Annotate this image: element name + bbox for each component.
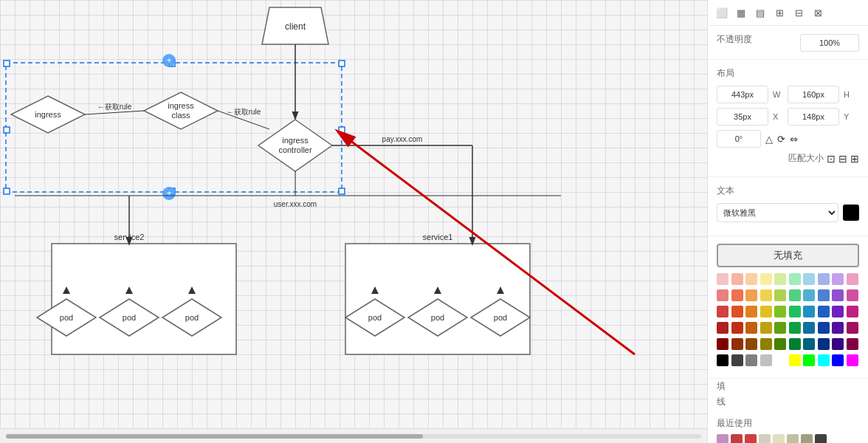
color-cell[interactable] xyxy=(832,322,844,334)
color-cell[interactable] xyxy=(760,306,772,317)
color-cell[interactable] xyxy=(818,354,830,366)
color-cell[interactable] xyxy=(832,273,844,285)
color-cell[interactable] xyxy=(847,322,858,334)
color-cell[interactable] xyxy=(745,273,757,285)
color-cell[interactable] xyxy=(832,306,844,317)
color-cell[interactable] xyxy=(774,289,786,301)
align-center-icon[interactable]: ▦ xyxy=(733,4,749,21)
color-cell[interactable] xyxy=(745,354,757,366)
color-cell[interactable] xyxy=(818,273,830,285)
color-cell[interactable] xyxy=(745,322,757,334)
color-cell[interactable] xyxy=(818,338,830,350)
color-cell[interactable] xyxy=(774,354,786,366)
color-cell[interactable] xyxy=(760,338,772,350)
color-cell[interactable] xyxy=(789,289,801,301)
color-cell[interactable] xyxy=(760,322,772,334)
color-grid-row4 xyxy=(717,322,859,334)
color-cell[interactable] xyxy=(832,289,844,301)
recent-color-cell[interactable] xyxy=(787,434,799,443)
color-cell[interactable] xyxy=(745,306,757,317)
color-cell[interactable] xyxy=(717,273,728,285)
match-w-icon[interactable]: ⊡ xyxy=(827,153,836,165)
svg-text:service1: service1 xyxy=(423,233,453,241)
layout-y-input[interactable] xyxy=(788,108,839,126)
font-color-swatch[interactable] xyxy=(843,205,859,221)
color-cell[interactable] xyxy=(731,273,743,285)
canvas-area[interactable]: + + client ingress ingress class ←获取rule… xyxy=(0,0,707,443)
color-cell[interactable] xyxy=(731,338,743,350)
color-cell[interactable] xyxy=(774,273,786,285)
angle-input[interactable] xyxy=(717,130,761,148)
color-cell[interactable] xyxy=(803,322,815,334)
rotate-icon[interactable]: ⟳ xyxy=(777,134,785,145)
color-cell[interactable] xyxy=(731,354,743,366)
color-cell[interactable] xyxy=(847,273,858,285)
no-fill-button[interactable]: 无填充 xyxy=(717,244,859,267)
svg-text:ingress: ingress xyxy=(168,101,194,110)
align-left-icon[interactable]: ⬜ xyxy=(714,4,730,21)
color-cell[interactable] xyxy=(774,322,786,334)
color-cell[interactable] xyxy=(717,322,728,334)
color-cell[interactable] xyxy=(789,273,801,285)
color-cell[interactable] xyxy=(803,289,815,301)
color-cell[interactable] xyxy=(803,338,815,350)
recent-color-cell[interactable] xyxy=(745,434,757,443)
svg-rect-7 xyxy=(339,188,345,194)
align-bottom-icon[interactable]: ⊠ xyxy=(810,4,826,21)
color-cell[interactable] xyxy=(731,289,743,301)
color-cell[interactable] xyxy=(774,338,786,350)
layout-x-input[interactable] xyxy=(717,108,768,126)
color-cell[interactable] xyxy=(760,289,772,301)
color-cell[interactable] xyxy=(803,273,815,285)
color-cell[interactable] xyxy=(832,338,844,350)
svg-text:user.xxx.com: user.xxx.com xyxy=(274,200,317,208)
color-cell[interactable] xyxy=(803,354,815,366)
bottom-scrollbar[interactable] xyxy=(0,428,707,443)
layout-label: 布局 xyxy=(717,67,859,80)
svg-text:pod: pod xyxy=(185,313,199,322)
color-cell[interactable] xyxy=(745,289,757,301)
svg-text:client: client xyxy=(285,21,306,32)
align-right-icon[interactable]: ▤ xyxy=(752,4,768,21)
color-cell[interactable] xyxy=(789,306,801,317)
align-top-icon[interactable]: ⊞ xyxy=(771,4,788,21)
color-cell[interactable] xyxy=(745,338,757,350)
color-cell[interactable] xyxy=(789,322,801,334)
match-wh-icon[interactable]: ⊞ xyxy=(850,153,859,165)
color-cell[interactable] xyxy=(760,273,772,285)
color-cell[interactable] xyxy=(818,322,830,334)
svg-text:ingress: ingress xyxy=(35,110,61,119)
color-cell[interactable] xyxy=(717,354,728,366)
layout-w-input[interactable] xyxy=(717,86,768,103)
recent-color-cell[interactable] xyxy=(731,434,743,443)
color-cell[interactable] xyxy=(847,354,858,366)
recent-color-cell[interactable] xyxy=(773,434,785,443)
color-cell[interactable] xyxy=(847,338,858,350)
align-middle-icon[interactable]: ⊟ xyxy=(790,4,807,21)
color-cell[interactable] xyxy=(789,354,801,366)
color-cell[interactable] xyxy=(818,289,830,301)
flip-icon[interactable]: ⇔ xyxy=(790,134,798,145)
color-cell[interactable] xyxy=(731,322,743,334)
color-cell[interactable] xyxy=(717,338,728,350)
layout-h-input[interactable] xyxy=(788,86,839,103)
color-cell[interactable] xyxy=(847,306,858,317)
color-cell[interactable] xyxy=(760,354,772,366)
opacity-input[interactable] xyxy=(800,34,859,52)
color-cell[interactable] xyxy=(717,289,728,301)
color-cell[interactable] xyxy=(803,306,815,317)
recent-color-cell[interactable] xyxy=(717,434,728,443)
color-cell[interactable] xyxy=(847,289,858,301)
svg-text:pod: pod xyxy=(494,313,507,322)
match-h-icon[interactable]: ⊟ xyxy=(838,153,847,165)
recent-color-cell[interactable] xyxy=(759,434,771,443)
font-select[interactable]: 微软雅黑 xyxy=(717,203,838,222)
recent-color-cell[interactable] xyxy=(801,434,813,443)
color-cell[interactable] xyxy=(717,306,728,317)
color-cell[interactable] xyxy=(731,306,743,317)
color-cell[interactable] xyxy=(832,354,844,366)
color-cell[interactable] xyxy=(818,306,830,317)
recent-color-cell[interactable] xyxy=(815,434,827,443)
color-cell[interactable] xyxy=(789,338,801,350)
color-cell[interactable] xyxy=(774,306,786,317)
